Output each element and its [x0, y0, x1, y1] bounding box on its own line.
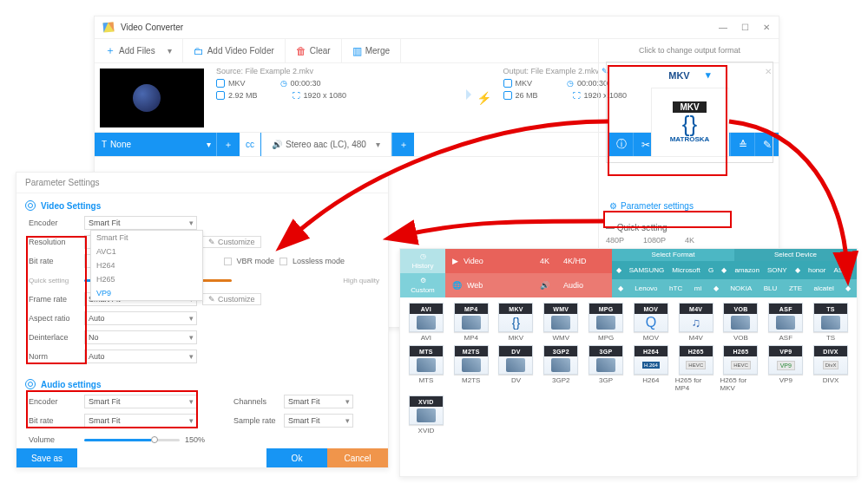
- format-avi[interactable]: AVIAVI: [405, 303, 447, 342]
- resolution-customize-button[interactable]: ✎ Customize: [202, 236, 261, 248]
- custom-tab[interactable]: ⚙Custom: [400, 273, 445, 297]
- encoder-option[interactable]: VP9: [91, 286, 202, 300]
- brand-icon[interactable]: ◆: [721, 266, 727, 274]
- quick-480p[interactable]: 480P: [606, 236, 624, 245]
- format-grid: AVIAVIMP4MP4MKV{}MKVWMVWMVMPGMPGMOVQMOVM…: [400, 297, 857, 440]
- format-h265-for-mp4[interactable]: H265HEVCH265 for MP4: [675, 345, 717, 392]
- volume-label: Volume: [29, 435, 79, 444]
- subtitle-tool-button[interactable]: cc: [239, 133, 261, 156]
- tab-select-format[interactable]: Select Format: [612, 249, 734, 261]
- merge-button[interactable]: ▥Merge: [342, 39, 401, 62]
- format-xvid[interactable]: XVIDXVID: [405, 395, 447, 434]
- brand-zte[interactable]: ZTE: [789, 284, 802, 292]
- brand-icon[interactable]: ◆: [795, 266, 800, 274]
- format-ts[interactable]: TSTS: [810, 303, 852, 342]
- category-web[interactable]: 🌐 Web🔊 Audio: [445, 273, 556, 297]
- add-video-folder-button[interactable]: 🗀Add Video Folder: [183, 39, 286, 62]
- clear-button[interactable]: 🗑Clear: [286, 39, 342, 62]
- brand-icon[interactable]: ◆: [845, 284, 851, 292]
- format-side-tabs: ◷History ⚙Custom: [400, 249, 445, 297]
- audio-add-button[interactable]: ＋: [391, 133, 414, 156]
- source-size: 2.92 MB: [216, 91, 258, 100]
- format-divx[interactable]: DIVXDivXDIVX: [810, 345, 852, 392]
- format-m4v[interactable]: M4V♫M4V: [675, 303, 717, 342]
- brand-nokia[interactable]: NOKIA: [730, 284, 752, 292]
- format-wmv[interactable]: WMVWMV: [540, 303, 582, 342]
- brand-icon[interactable]: ◆: [616, 266, 621, 274]
- volume-slider[interactable]: [84, 439, 180, 441]
- encoder-option[interactable]: H265: [91, 272, 202, 286]
- norm-label: Norm: [29, 352, 79, 361]
- brand-htc[interactable]: hTC: [669, 284, 682, 292]
- brand-mi[interactable]: mi: [694, 284, 701, 292]
- format-mkv[interactable]: MKV{}MKV: [496, 303, 537, 342]
- video-thumbnail[interactable]: [100, 69, 204, 127]
- cancel-button[interactable]: Cancel: [327, 448, 388, 467]
- format-vp9[interactable]: VP9VP9VP9: [765, 345, 806, 392]
- format-thumb: MKV {} MATROSKA: [651, 88, 729, 157]
- category-audio[interactable]: Audio: [556, 273, 612, 297]
- category-4k[interactable]: 4K/HD: [556, 249, 612, 273]
- format-3gp[interactable]: 3GP3GP: [585, 345, 627, 392]
- encoder-option[interactable]: H264: [91, 258, 202, 272]
- format-m2ts[interactable]: M2TSM2TS: [450, 345, 492, 392]
- history-tab[interactable]: ◷History: [400, 249, 445, 273]
- audio-encoder-select[interactable]: Smart Fit: [84, 395, 197, 408]
- save-as-button[interactable]: Save as: [16, 448, 77, 467]
- vbr-checkbox[interactable]: [224, 258, 232, 265]
- tab-select-device[interactable]: Select Device: [734, 249, 857, 261]
- brand-blu[interactable]: BLU: [764, 284, 778, 292]
- gear-icon: [25, 379, 36, 389]
- source-resolution: ⛶1920 x 1080: [293, 91, 347, 100]
- norm-select[interactable]: Auto: [84, 349, 197, 363]
- deinterlace-select[interactable]: No: [84, 330, 197, 344]
- encoder-select[interactable]: Smart Fit: [84, 216, 197, 230]
- format-mts[interactable]: MTSMTS: [405, 345, 447, 392]
- gear-icon: [25, 200, 36, 211]
- brand-amazon[interactable]: amazon: [734, 266, 759, 274]
- audio-bitrate-select[interactable]: Smart Fit: [84, 414, 197, 428]
- category-video[interactable]: ▶ Video4K 4K/HD: [445, 249, 556, 273]
- format-mov[interactable]: MOVQMOV: [630, 303, 672, 342]
- channels-select[interactable]: Smart Fit: [284, 395, 353, 408]
- format-3gp2[interactable]: 3GP23GP2: [540, 345, 582, 392]
- ok-button[interactable]: Ok: [266, 448, 327, 467]
- format-dv[interactable]: DVDV: [496, 345, 537, 392]
- brand-honor[interactable]: honor: [808, 266, 825, 274]
- brand-alcatel[interactable]: alcatel: [814, 284, 834, 292]
- brand-microsoft[interactable]: Microsoft: [672, 266, 700, 274]
- parameter-settings-button[interactable]: ⚙ Parameter settings: [606, 198, 773, 214]
- format-asf[interactable]: ASFASF: [765, 303, 806, 342]
- brand-lenovo[interactable]: Lenovo: [635, 284, 657, 292]
- format-mpg[interactable]: MPGMPG: [585, 303, 627, 342]
- encoder-dropdown: Smart FitAVC1H264H265VP9: [90, 230, 203, 301]
- quick-1080p[interactable]: 1080P: [643, 236, 666, 245]
- minimize-button[interactable]: —: [719, 23, 727, 32]
- brand-icon[interactable]: ◆: [713, 284, 719, 292]
- add-files-button[interactable]: ＋Add Files ▾: [95, 39, 183, 62]
- maximize-button[interactable]: ☐: [741, 23, 749, 32]
- subtitle-select[interactable]: T None: [95, 133, 216, 156]
- audio-track-select[interactable]: 🔊Stereo aac (LC), 480▾: [261, 133, 391, 156]
- quick-4k[interactable]: 4K: [685, 236, 694, 245]
- brand-g[interactable]: G: [708, 266, 713, 274]
- format-vob[interactable]: VOBVOB: [720, 303, 762, 342]
- lossless-checkbox[interactable]: [279, 258, 287, 265]
- brand-asus[interactable]: ASUS: [834, 266, 853, 274]
- subtitle-add-button[interactable]: ＋: [216, 133, 239, 156]
- param-title: Parameter Settings: [16, 173, 388, 193]
- sample-select[interactable]: Smart Fit: [284, 414, 353, 428]
- audio-encoder-label: Encoder: [29, 397, 79, 406]
- close-button[interactable]: ✕: [763, 23, 770, 32]
- format-mp4[interactable]: MP4MP4: [450, 303, 492, 342]
- encoder-option[interactable]: AVC1: [91, 245, 202, 258]
- aspect-select[interactable]: Auto: [84, 311, 197, 325]
- encoder-option[interactable]: Smart Fit: [91, 231, 202, 245]
- brand-sony[interactable]: SONY: [767, 266, 787, 274]
- brand-samsung[interactable]: SAMSUNG: [629, 266, 664, 274]
- output-format-card[interactable]: MKV▾ MKV {} MATROSKA: [606, 62, 773, 163]
- framerate-customize-button[interactable]: ✎ Customize: [202, 293, 261, 305]
- format-h265-for-mkv[interactable]: H265HEVCH265 for MKV: [720, 345, 762, 392]
- brand-icon[interactable]: ◆: [618, 284, 623, 292]
- format-h264[interactable]: H264H.264H264: [630, 345, 672, 392]
